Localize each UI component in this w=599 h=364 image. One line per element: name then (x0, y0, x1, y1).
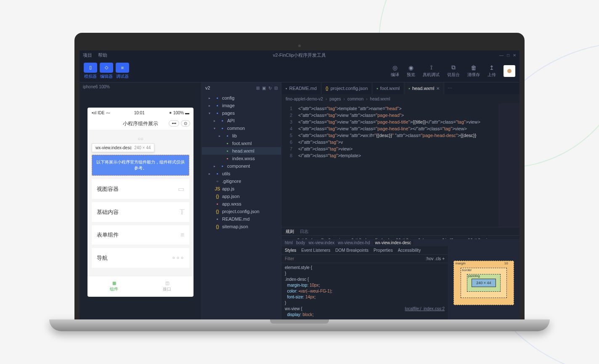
new-folder-icon[interactable]: ▣ (262, 86, 266, 90)
phone-tabbar: ▦组件 ◫接口 (87, 276, 193, 297)
editor-label: 编辑器 (100, 74, 113, 79)
menu-item[interactable]: 视图容器▭ (92, 179, 189, 199)
styles-filter-actions[interactable]: :hov .cls + (426, 256, 445, 261)
tree-item[interactable]: ▸▪config (202, 94, 281, 102)
maximize-icon[interactable]: □ (507, 53, 509, 58)
remote-debug-button[interactable]: ⟟真机调试 (423, 64, 440, 78)
element-crumb[interactable]: wx-view.index (309, 240, 335, 245)
dt-tab-log[interactable]: 日志 (300, 229, 308, 235)
tab-close-icon[interactable]: ✕ (436, 86, 440, 91)
element-crumb[interactable]: body (296, 240, 305, 245)
user-avatar[interactable] (504, 65, 515, 77)
breadcrumb-item[interactable]: head.wxml (370, 97, 390, 101)
menu-item[interactable]: 表单组件≡ (92, 225, 189, 245)
compile-icon: ◎ (392, 64, 398, 71)
styles-tab[interactable]: Styles (285, 248, 296, 253)
menu-help[interactable]: 帮助 (98, 52, 107, 58)
element-crumb[interactable]: wx-view.index-hd (338, 240, 370, 245)
tree-item[interactable]: JSapp.js (202, 185, 281, 193)
line-gutter: 12345678 (281, 103, 296, 227)
editor-button[interactable]: ◇ (100, 63, 113, 73)
close-capsule-button[interactable]: ⊙ (181, 120, 190, 127)
laptop-notch (270, 319, 329, 324)
editor-tab[interactable]: ▪README.md (281, 82, 321, 94)
logo-placeholder: ▫▫ (92, 135, 189, 143)
tooltip-dimensions: 240 × 44 (134, 145, 151, 150)
breadcrumb-item[interactable]: fino-applet-demo-v2 (286, 97, 323, 101)
refresh-icon[interactable]: ↻ (268, 86, 272, 90)
editor-tab[interactable]: ▪head.wxml✕ (404, 82, 444, 94)
tree-item[interactable]: ▫.gitignore (202, 177, 281, 185)
styles-tab[interactable]: Accessibility (398, 248, 421, 253)
tree-item[interactable]: ▪README.md (202, 215, 281, 223)
phone-header: 小程序组件展示 ••• ⊙ (87, 118, 193, 130)
css-rules[interactable]: element.style {}.index-desc {</span></di… (281, 263, 448, 319)
tree-item[interactable]: ▪app.wxss (202, 200, 281, 208)
elements-panel[interactable]: ▸<"attr">class="tag">wx-image "attr">cla… (281, 236, 519, 239)
tree-item[interactable]: ▪index.wxss (202, 155, 281, 162)
collapse-icon[interactable]: ⊟ (274, 86, 278, 90)
file-type-icon: ▪ (408, 86, 410, 91)
tree-item[interactable]: ▸▪API (202, 117, 281, 124)
dt-tab-rules[interactable]: 规则 (286, 229, 294, 235)
minimize-icon[interactable]: — (499, 53, 504, 58)
menu-project[interactable]: 项目 (83, 52, 92, 58)
tree-arrow-icon: ▸ (209, 96, 213, 100)
debugger-button[interactable]: ≡ (116, 63, 129, 73)
tree-item[interactable]: ▾▪common (202, 124, 281, 132)
styles-tab[interactable]: Event Listeners (301, 248, 330, 253)
code-area[interactable]: 12345678 <"attr">class="tag">template "a… (281, 103, 519, 227)
new-file-icon[interactable]: ⊞ (256, 86, 260, 90)
api-icon: ◫ (165, 281, 169, 285)
tree-item[interactable]: ▪foot.wxml (202, 140, 281, 147)
close-icon[interactable]: ✕ (513, 53, 516, 58)
phone-clock: 10:01 (134, 111, 145, 115)
menu-dots-button[interactable]: ••• (169, 120, 179, 127)
tree-item[interactable]: ▸▪utils (202, 170, 281, 177)
tree-arrow-icon: ▾ (209, 111, 213, 115)
highlighted-element[interactable]: 以下将展示小程序官方组件能力，组件样式仅供参考。 (92, 155, 189, 176)
tree-item[interactable]: {}sitemap.json (202, 223, 281, 230)
styles-tab[interactable]: DOM Breakpoints (335, 248, 368, 253)
avatar-icon (507, 69, 512, 73)
upload-button[interactable]: ↥上传 (488, 64, 496, 78)
minimap[interactable] (498, 103, 519, 227)
camera-dot (298, 45, 301, 47)
tree-item[interactable]: ▸▪component (202, 162, 281, 170)
tabs-overflow[interactable]: ⋯ (444, 82, 456, 94)
clear-cache-button[interactable]: 🗑清缓存 (467, 64, 480, 78)
tree-arrow-icon: ▸ (209, 172, 213, 176)
styles-tabs: StylesEvent ListenersDOM BreakpointsProp… (281, 246, 448, 255)
tree-item[interactable]: ▸▪image (202, 102, 281, 109)
code-content[interactable]: <"attr">class="tag">template "attr">name… (296, 103, 498, 227)
element-crumb[interactable]: wx-view.index-desc (373, 240, 413, 245)
tree-item[interactable]: {}project.config.json (202, 208, 281, 215)
tree-item[interactable]: ▸▪lib (202, 132, 281, 140)
styles-tab[interactable]: Properties (374, 248, 393, 253)
menu-item[interactable]: 基础内容𝕋 (92, 202, 189, 222)
simulator-button[interactable]: ▯ (84, 63, 97, 73)
editor-tab[interactable]: {}project.config.json (321, 82, 372, 94)
tree-item[interactable]: {}app.json (202, 193, 281, 200)
background-button[interactable]: ⧉切后台 (447, 64, 460, 78)
simulator-label: 模拟器 (84, 74, 97, 79)
tabbar-component[interactable]: ▦组件 (87, 276, 140, 297)
breadcrumb-item[interactable]: pages (329, 97, 341, 101)
eye-icon: ◉ (408, 64, 413, 71)
breadcrumb-item[interactable]: common (347, 97, 363, 101)
box-content: 240 × 44 (472, 279, 496, 287)
compile-button[interactable]: ◎编译 (391, 64, 399, 78)
laptop-base (49, 319, 550, 331)
preview-button[interactable]: ◉预览 (407, 64, 415, 78)
tree-item[interactable]: ▾▪pages (202, 109, 281, 117)
menu-item-icon: ≡ (180, 231, 184, 239)
tree-item[interactable]: ▪head.wxml (202, 147, 281, 155)
tooltip-selector: wx-view.index-desc (95, 145, 132, 150)
tabbar-api[interactable]: ◫接口 (140, 276, 193, 297)
file-type-icon: ▪ (286, 86, 287, 91)
styles-filter-input[interactable] (285, 256, 338, 261)
editor-tab[interactable]: ▪foot.wxml (372, 82, 404, 94)
file-type-icon: ▪ (376, 86, 378, 91)
element-crumb[interactable]: html (285, 240, 293, 245)
menu-item[interactable]: 导航∘∘∘ (92, 248, 189, 268)
